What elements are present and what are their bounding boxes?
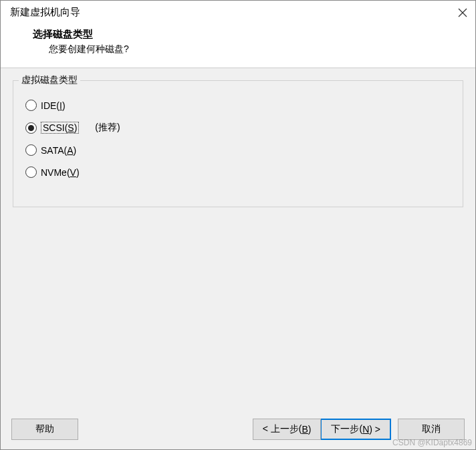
radio-label[interactable]: SATA(A) xyxy=(41,145,76,156)
window-title: 新建虚拟机向导 xyxy=(10,6,80,19)
close-icon[interactable] xyxy=(458,8,467,17)
recommended-hint: (推荐) xyxy=(95,122,120,134)
wizard-footer: 帮助 < 上一步(B) 下一步(N) > 取消 xyxy=(1,411,475,449)
radio-option-ide[interactable]: IDE(I) xyxy=(25,100,451,111)
cancel-button[interactable]: 取消 xyxy=(398,419,465,440)
radio-option-sata[interactable]: SATA(A) xyxy=(25,144,451,156)
help-button[interactable]: 帮助 xyxy=(11,419,78,440)
radio-option-scsi[interactable]: SCSI(S) (推荐) xyxy=(25,122,451,134)
wizard-header: 选择磁盘类型 您要创建何种磁盘? xyxy=(1,24,475,68)
page-title: 选择磁盘类型 xyxy=(33,28,475,41)
wizard-window: 新建虚拟机向导 选择磁盘类型 您要创建何种磁盘? 虚拟磁盘类型 IDE(I) S… xyxy=(0,0,476,450)
disk-type-group: 虚拟磁盘类型 IDE(I) SCSI(S) (推荐) SATA(A) NVMe(… xyxy=(13,80,463,207)
radio-label[interactable]: IDE(I) xyxy=(41,100,66,111)
back-button[interactable]: < 上一步(B) xyxy=(253,419,322,440)
radio-option-nvme[interactable]: NVMe(V) xyxy=(25,166,451,178)
radio-icon[interactable] xyxy=(25,166,37,178)
wizard-content: 虚拟磁盘类型 IDE(I) SCSI(S) (推荐) SATA(A) NVMe(… xyxy=(1,68,475,411)
radio-label[interactable]: NVMe(V) xyxy=(41,167,80,178)
page-subtitle: 您要创建何种磁盘? xyxy=(33,41,475,55)
radio-icon[interactable] xyxy=(25,144,37,156)
group-legend: 虚拟磁盘类型 xyxy=(19,74,80,86)
radio-label[interactable]: SCSI(S) xyxy=(41,122,79,134)
radio-icon[interactable] xyxy=(25,122,37,134)
radio-icon[interactable] xyxy=(25,100,37,111)
next-button[interactable]: 下一步(N) > xyxy=(321,419,391,440)
titlebar: 新建虚拟机向导 xyxy=(1,1,475,24)
